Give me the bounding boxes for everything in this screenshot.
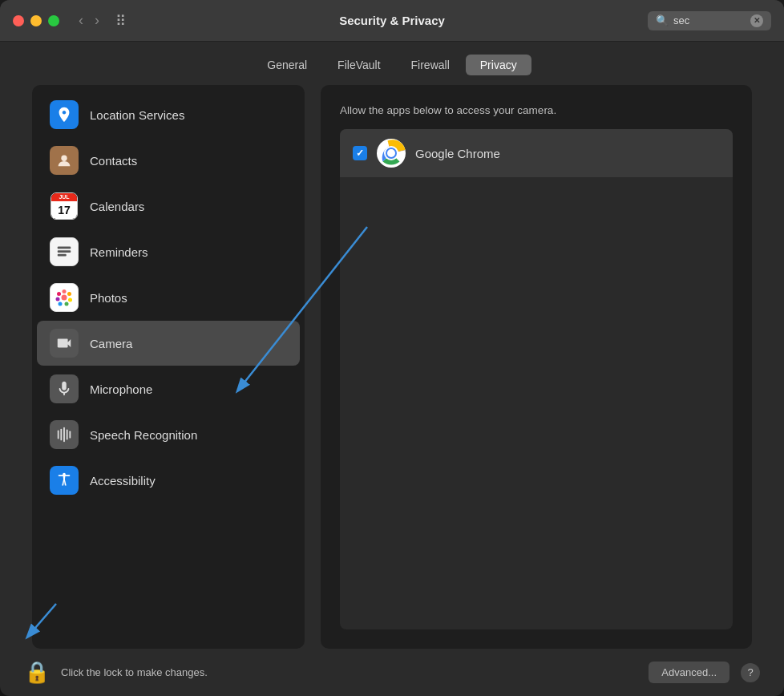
- svg-rect-15: [67, 430, 68, 440]
- calendars-icon: JUL 17: [50, 192, 79, 221]
- svg-rect-3: [58, 254, 67, 257]
- titlebar: ‹ › ⠿ Security & Privacy 🔍 ✕: [0, 0, 784, 42]
- search-input[interactable]: [673, 14, 746, 26]
- svg-rect-1: [58, 247, 71, 249]
- svg-rect-14: [63, 427, 65, 442]
- panel-description: Allow the apps below to access your came…: [340, 104, 733, 116]
- svg-point-8: [65, 302, 69, 306]
- svg-rect-2: [58, 250, 71, 253]
- speech-recognition-label: Speech Recognition: [90, 428, 197, 442]
- google-chrome-name: Google Chrome: [415, 147, 500, 160]
- google-chrome-checkbox[interactable]: ✓: [353, 146, 367, 160]
- svg-point-7: [68, 298, 72, 302]
- photos-icon: [50, 283, 79, 312]
- sidebar-item-speech-recognition[interactable]: Speech Recognition: [37, 412, 300, 457]
- lock-text: Click the lock to make changes.: [61, 666, 208, 678]
- sidebar-item-microphone[interactable]: Microphone: [37, 366, 300, 411]
- minimize-button[interactable]: [30, 15, 42, 26]
- tab-privacy[interactable]: Privacy: [466, 55, 531, 75]
- close-button[interactable]: [13, 15, 24, 26]
- microphone-label: Microphone: [90, 382, 152, 396]
- system-preferences-window: ‹ › ⠿ Security & Privacy 🔍 ✕ General Fil…: [0, 0, 784, 696]
- svg-point-0: [61, 156, 67, 161]
- svg-point-10: [56, 297, 60, 301]
- search-clear-button[interactable]: ✕: [750, 14, 763, 27]
- forward-button[interactable]: ›: [91, 10, 103, 30]
- apps-list-empty-area: [340, 178, 733, 258]
- google-chrome-icon: [377, 139, 406, 168]
- grid-button[interactable]: ⠿: [111, 10, 131, 31]
- accessibility-label: Accessibility: [90, 474, 156, 488]
- bottom-bar: 🔒 Click the lock to make changes. Advanc…: [0, 649, 784, 696]
- main-panel: Allow the apps below to access your came…: [321, 85, 752, 649]
- sidebar-item-camera[interactable]: Camera: [37, 321, 300, 366]
- sidebar-item-reminders[interactable]: Reminders: [37, 229, 300, 274]
- nav-arrows: ‹ ›: [75, 10, 103, 30]
- svg-point-5: [63, 289, 67, 293]
- svg-point-4: [62, 295, 67, 301]
- apps-list: ✓: [340, 129, 733, 629]
- tab-general[interactable]: General: [253, 55, 321, 75]
- sidebar-item-location-services[interactable]: Location Services: [37, 92, 300, 137]
- svg-point-11: [57, 292, 61, 296]
- advanced-button[interactable]: Advanced...: [649, 662, 729, 683]
- accessibility-icon: [50, 466, 79, 495]
- reminders-icon: [50, 237, 79, 266]
- svg-rect-12: [58, 431, 59, 439]
- tabs-bar: General FileVault Firewall Privacy: [0, 42, 784, 85]
- search-icon: 🔍: [656, 14, 669, 26]
- svg-rect-13: [60, 429, 62, 441]
- location-services-label: Location Services: [90, 108, 184, 122]
- svg-rect-16: [69, 431, 71, 438]
- sidebar-item-accessibility[interactable]: Accessibility: [37, 458, 300, 503]
- search-box: 🔍 ✕: [648, 11, 771, 30]
- calendars-label: Calendars: [90, 200, 144, 213]
- camera-label: Camera: [90, 337, 132, 350]
- lock-icon[interactable]: 🔒: [24, 660, 50, 685]
- table-row: ✓: [340, 129, 733, 178]
- sidebar-item-calendars[interactable]: JUL 17 Calendars: [37, 184, 300, 229]
- svg-point-6: [67, 292, 71, 296]
- sidebar: Location Services Contacts JUL 17: [32, 85, 305, 649]
- microphone-icon: [50, 374, 79, 403]
- svg-point-9: [59, 302, 63, 306]
- back-button[interactable]: ‹: [75, 10, 87, 30]
- maximize-button[interactable]: [48, 15, 59, 26]
- contacts-label: Contacts: [90, 154, 137, 168]
- tab-filevault[interactable]: FileVault: [323, 55, 394, 75]
- help-button[interactable]: ?: [741, 663, 760, 682]
- camera-icon: [50, 329, 79, 358]
- sidebar-item-contacts[interactable]: Contacts: [37, 138, 300, 183]
- contacts-icon: [50, 146, 79, 175]
- svg-point-21: [387, 149, 395, 157]
- photos-label: Photos: [90, 291, 127, 305]
- window-controls: [13, 15, 59, 26]
- reminders-label: Reminders: [90, 245, 148, 259]
- location-services-icon: [50, 100, 79, 129]
- content-area: Location Services Contacts JUL 17: [0, 85, 784, 649]
- checkmark-icon: ✓: [356, 148, 364, 158]
- tab-firewall[interactable]: Firewall: [397, 55, 464, 75]
- sidebar-item-photos[interactable]: Photos: [37, 275, 300, 320]
- window-title: Security & Privacy: [339, 14, 445, 27]
- speech-recognition-icon: [50, 420, 79, 449]
